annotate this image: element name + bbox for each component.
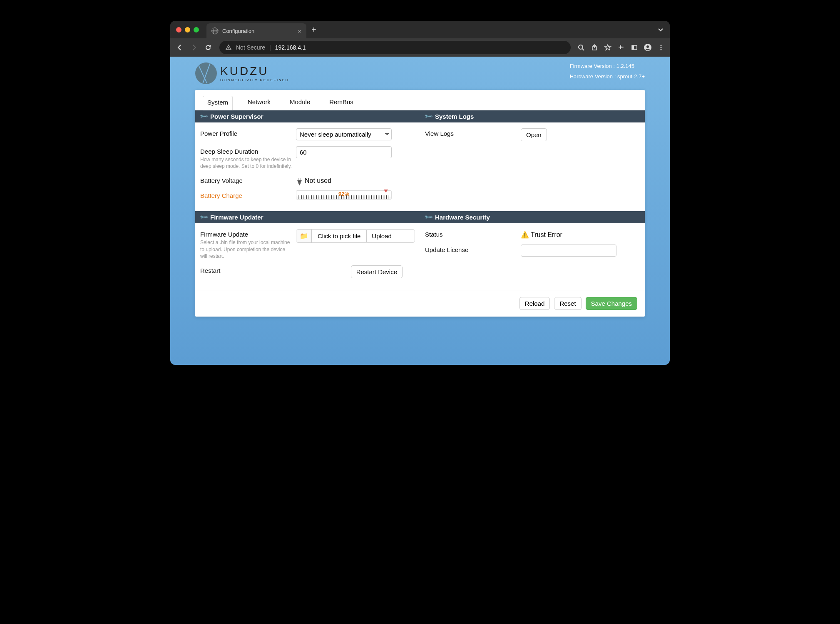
battery-voltage-value: Not used — [305, 177, 331, 184]
panel-system-logs: 🔧System Logs View Logs Open — [420, 110, 645, 211]
battery-voltage-label: Battery Voltage — [200, 175, 296, 184]
versions: Firmware Version : 1.2.145 Hardware Vers… — [570, 63, 645, 84]
svg-line-3 — [582, 49, 584, 50]
firmware-version-label: Firmware Version : — [570, 63, 615, 69]
config-panel: System Network Module RemBus 🔧Power Supe… — [195, 90, 645, 317]
tab-title: Configuration — [222, 28, 254, 34]
status-label: Status — [425, 229, 521, 238]
minimize-window-button[interactable] — [185, 27, 190, 32]
hardware-version-label: Hardware Version : — [570, 73, 616, 80]
page-header: KUDZU CONNECTIVITY REDEFINED Firmware Ve… — [170, 57, 670, 87]
deep-sleep-help: How many seconds to keep the device in d… — [200, 156, 292, 170]
panel-title: Firmware Updater — [210, 214, 263, 221]
tab-nav: System Network Module RemBus — [195, 90, 645, 110]
svg-point-2 — [579, 45, 583, 49]
panel-firmware-updater: 🔧Firmware Updater Firmware Update Select… — [195, 211, 420, 290]
panel-title: Power Supervisor — [210, 113, 263, 120]
separator: | — [269, 44, 271, 51]
svg-point-10 — [661, 47, 662, 48]
titlebar: Configuration × + — [170, 21, 670, 38]
browser-window: Configuration × + Not Secure | 192.168.4… — [170, 21, 670, 365]
maximize-window-button[interactable] — [194, 27, 199, 32]
battery-charge-gauge: 92% — [296, 190, 392, 200]
logo: KUDZU CONNECTIVITY REDEFINED — [195, 62, 289, 84]
plug-icon: 🔌 — [295, 176, 304, 186]
license-input[interactable] — [521, 245, 616, 257]
page: KUDZU CONNECTIVITY REDEFINED Firmware Ve… — [170, 57, 670, 365]
save-changes-button[interactable]: Save Changes — [586, 297, 637, 310]
svg-rect-6 — [632, 45, 634, 50]
power-profile-select[interactable]: Never sleep automatically — [296, 128, 392, 140]
browser-tab[interactable]: Configuration × — [206, 23, 306, 38]
profile-icon[interactable] — [642, 42, 653, 53]
search-icon[interactable] — [576, 42, 587, 53]
bookmark-icon[interactable] — [602, 42, 613, 53]
file-picker-label[interactable]: Click to pick file — [312, 230, 367, 242]
upload-button[interactable]: Upload — [367, 230, 397, 242]
brand-tagline: CONNECTIVITY REDEFINED — [220, 78, 289, 82]
gauge-marker-icon — [384, 190, 388, 192]
forward-button[interactable] — [188, 41, 200, 54]
file-picker: 📁 Click to pick file Upload — [296, 229, 415, 243]
status-value: Trust Error — [531, 231, 562, 238]
reset-button[interactable]: Reset — [554, 297, 581, 310]
panel-power-supervisor: 🔧Power Supervisor Power Profile Never sl… — [195, 110, 420, 211]
panel-title: System Logs — [435, 113, 474, 120]
tab-list-button[interactable] — [657, 26, 664, 33]
not-secure-label: Not Secure — [236, 44, 265, 51]
svg-point-9 — [661, 45, 662, 46]
svg-point-11 — [661, 49, 662, 50]
address-bar: Not Secure | 192.168.4.1 — [170, 38, 670, 57]
svg-point-8 — [646, 45, 649, 48]
panel-title: Hardware Security — [435, 214, 490, 221]
warning-icon — [225, 44, 232, 51]
svg-point-1 — [228, 48, 229, 49]
wrench-icon: 🔧 — [424, 112, 433, 121]
firmware-update-help: Select a .bin file from your local machi… — [200, 239, 292, 260]
tab-module[interactable]: Module — [286, 96, 314, 110]
url-text: 192.168.4.1 — [275, 44, 306, 51]
power-profile-label: Power Profile — [200, 128, 296, 137]
toolbar-right — [576, 42, 666, 53]
license-label: Update License — [425, 245, 521, 253]
extensions-icon[interactable] — [616, 42, 626, 53]
hardware-version-value: sprout-2.7+ — [617, 73, 645, 80]
back-button[interactable] — [174, 41, 186, 54]
footer-actions: Reload Reset Save Changes — [195, 290, 645, 317]
deep-sleep-input[interactable] — [296, 146, 392, 158]
wrench-icon: 🔧 — [424, 213, 433, 222]
reload-button[interactable]: Reload — [519, 297, 550, 310]
close-tab-icon[interactable]: × — [298, 27, 301, 35]
panel-icon[interactable] — [629, 42, 640, 53]
restart-label: Restart — [200, 265, 296, 274]
share-icon[interactable] — [589, 42, 600, 53]
traffic-lights — [176, 27, 199, 32]
firmware-update-label: Firmware Update — [200, 229, 296, 238]
panel-hardware-security: 🔧Hardware Security Status ⚠️Trust Error … — [420, 211, 645, 290]
address-field[interactable]: Not Secure | 192.168.4.1 — [219, 41, 571, 54]
deep-sleep-label: Deep Sleep Duration — [200, 146, 296, 155]
brand-name: KUDZU — [220, 65, 289, 78]
firmware-version-value: 1.2.145 — [616, 63, 634, 69]
tab-rembus[interactable]: RemBus — [325, 96, 358, 110]
logo-icon — [195, 62, 217, 84]
folder-icon[interactable]: 📁 — [296, 230, 312, 242]
menu-icon[interactable] — [656, 42, 666, 53]
open-logs-button[interactable]: Open — [521, 128, 547, 141]
view-logs-label: View Logs — [425, 128, 521, 137]
wrench-icon: 🔧 — [199, 112, 208, 121]
restart-device-button[interactable]: Restart Device — [351, 265, 403, 278]
tab-network[interactable]: Network — [244, 96, 275, 110]
new-tab-button[interactable]: + — [311, 25, 316, 35]
globe-icon — [211, 27, 218, 34]
wrench-icon: 🔧 — [199, 213, 208, 222]
reload-button[interactable] — [202, 41, 214, 54]
battery-charge-label: Battery Charge — [200, 190, 296, 199]
close-window-button[interactable] — [176, 27, 181, 32]
warning-icon: ⚠️ — [521, 231, 529, 238]
tab-system[interactable]: System — [203, 96, 233, 110]
